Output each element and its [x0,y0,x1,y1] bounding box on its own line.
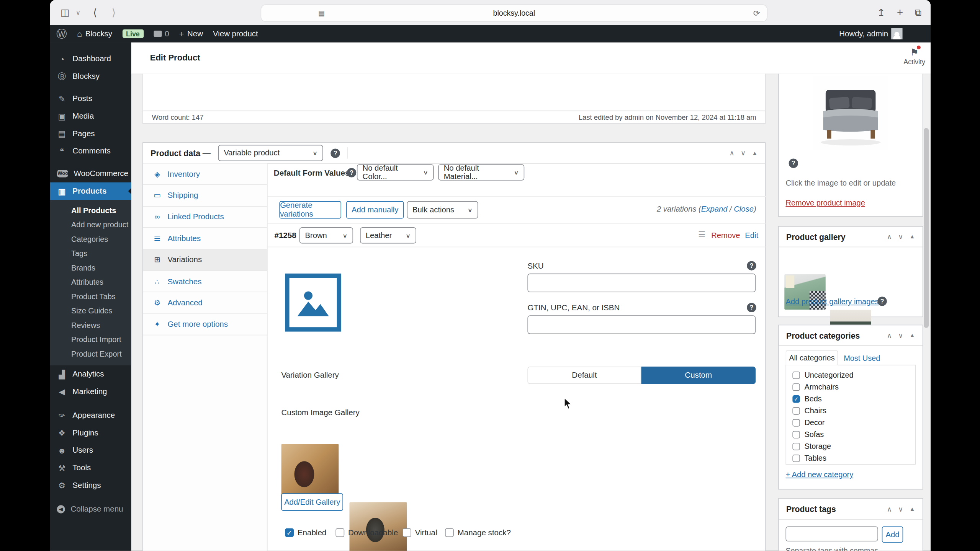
sidebar-item-blocksy[interactable]: ⒷBlocksy [50,67,131,85]
submenu-categories[interactable]: Categories [50,231,131,246]
tab-swatches[interactable]: ∴Swatches [143,271,267,292]
sidebar-item-pages[interactable]: ▤Pages [50,125,131,142]
toggle-panel-icon[interactable]: ▲ [910,506,915,512]
tab-get-more-options[interactable]: ✦Get more options [143,314,267,335]
chairs-checkbox[interactable] [792,407,800,414]
sidebar-item-posts[interactable]: ✎Posts [50,90,131,108]
add-edit-gallery-button[interactable]: Add/Edit Gallery [281,493,343,511]
toggle-panel-icon[interactable]: ▲ [910,234,915,240]
edit-variation-link[interactable]: Edit [745,231,758,240]
submenu-tags[interactable]: Tags [50,246,131,261]
admin-bar-view-product[interactable]: View product [208,25,263,42]
uncategorized-checkbox[interactable] [792,371,800,379]
admin-bar-new[interactable]: + New [174,25,208,42]
move-down-icon[interactable]: ∨ [898,505,903,512]
add-manually-button[interactable]: Add manually [346,201,404,219]
decor-checkbox[interactable] [792,419,800,426]
tab-all-categories[interactable]: All categories [785,350,838,365]
expand-link[interactable]: Expand [701,205,728,214]
product-image-help-icon[interactable]: ? [789,159,798,168]
move-up-icon[interactable]: ∧ [887,233,892,240]
gtin-input[interactable] [527,315,756,334]
forward-icon[interactable]: ⟩ [108,6,120,20]
virtual-checkbox[interactable] [402,528,411,537]
submenu-product-tabs[interactable]: Product Tabs [50,289,131,304]
move-down-icon[interactable]: ∨ [898,233,903,240]
sidebar-toggle-icon[interactable]: ◫ [59,6,71,20]
generate-variations-button[interactable]: Generate variations [280,201,342,219]
admin-bar-site-link[interactable]: ⌂ Blocksy [72,25,117,42]
sidebar-item-plugins[interactable]: ❖Plugins [50,424,131,442]
default-color-select[interactable]: No default Color...∨ [357,164,434,180]
move-up-icon[interactable]: ∧ [887,332,892,339]
product-type-select[interactable]: Variable product∨ [218,145,323,161]
product-gallery-header[interactable]: Product gallery ∧ ∨ ▲ [779,227,922,247]
product-tags-header[interactable]: Product tags ∧ ∨ ▲ [779,499,922,520]
variation-color-select[interactable]: Brown∨ [299,227,353,243]
sidebar-item-media[interactable]: ▣Media [50,108,131,125]
remove-variation-link[interactable]: Remove [711,231,740,240]
downloadable-checkbox[interactable] [335,528,344,537]
address-bar[interactable]: ▤ blocksy.local ⟳ [261,4,768,22]
tab-advanced[interactable]: ⚙Advanced [143,292,267,314]
submenu-brands[interactable]: Brands [50,261,131,275]
move-down-icon[interactable]: ∨ [741,150,746,156]
collapse-menu[interactable]: ◀Collapse menu [50,500,131,518]
back-icon[interactable]: ⟨ [89,6,101,20]
tab-linked-products[interactable]: ∞Linked Products [143,207,267,228]
gallery-help-icon[interactable]: ? [877,297,887,306]
tabs-overview-icon[interactable]: ⧉ [912,6,924,20]
admin-bar-account[interactable]: Howdy, admin [834,25,907,42]
product-categories-header[interactable]: Product categories ∧ ∨ ▲ [779,325,922,346]
tab-most-used[interactable]: Most Used [844,354,880,363]
move-down-icon[interactable]: ∨ [898,332,903,339]
variation-image-placeholder[interactable] [285,274,341,332]
product-type-help-icon[interactable]: ? [330,148,340,158]
sidebar-item-analytics[interactable]: ▟Analytics [50,365,131,383]
toggle-panel-icon[interactable]: ▲ [910,333,915,338]
variation-material-select[interactable]: Leather∨ [360,227,416,243]
chevron-down-icon[interactable]: ∨ [74,6,83,20]
gallery-custom-button[interactable]: Custom [641,367,756,384]
sidebar-item-comments[interactable]: ❝Comments [50,142,131,160]
add-new-category-link[interactable]: + Add new category [785,470,853,479]
tab-shipping[interactable]: ▭Shipping [143,185,267,207]
sidebar-item-settings[interactable]: ⚙Settings [50,476,131,494]
move-up-icon[interactable]: ∧ [729,150,734,156]
remove-product-image-link[interactable]: Remove product image [785,199,865,207]
custom-gallery-photo-2[interactable] [349,502,407,551]
tab-inventory[interactable]: ◈Inventory [143,164,267,185]
storage-checkbox[interactable] [792,442,800,450]
submenu-size-guides[interactable]: Size Guides [50,303,131,318]
move-up-icon[interactable]: ∧ [887,505,892,512]
reload-icon[interactable]: ⟳ [753,8,760,18]
tab-attributes[interactable]: ☰Attributes [143,228,267,249]
sku-help-icon[interactable]: ? [747,261,756,270]
share-icon[interactable]: ↥ [875,6,888,20]
gtin-help-icon[interactable]: ? [747,303,756,312]
sidebar-item-appearance[interactable]: ✑Appearance [50,406,131,424]
tables-checkbox[interactable] [792,454,800,462]
submenu-attributes[interactable]: Attributes [50,275,131,289]
sofas-checkbox[interactable] [792,430,800,438]
sidebar-item-dashboard[interactable]: ◔Dashboard [50,50,131,68]
activity-button[interactable]: ⚑ Activity [892,47,931,65]
sidebar-item-tools[interactable]: ⚒Tools [50,459,131,477]
sidebar-item-products[interactable]: ▥Products [50,183,131,200]
gallery-default-button[interactable]: Default [527,367,641,384]
wp-logo[interactable]: Ⓦ [50,25,72,42]
sidebar-item-users[interactable]: ☻Users [50,442,131,459]
default-material-select[interactable]: No default Material...∨ [438,164,524,180]
submenu-add-new-product[interactable]: Add new product [50,217,131,232]
admin-bar-comments[interactable]: 0 [149,25,174,42]
tab-variations[interactable]: ⊞Variations [143,249,267,271]
enabled-checkbox[interactable]: ✓ [285,528,294,537]
default-form-values-help-icon[interactable]: ? [347,168,356,177]
beds-checkbox[interactable]: ✓ [792,395,800,403]
close-link[interactable]: Close [734,205,754,214]
add-tag-button[interactable]: Add [882,527,903,543]
scrollbar-thumb[interactable] [924,128,929,328]
product-image[interactable] [813,76,888,150]
sku-input[interactable] [527,274,756,292]
submenu-product-import[interactable]: Product Import [50,332,131,347]
